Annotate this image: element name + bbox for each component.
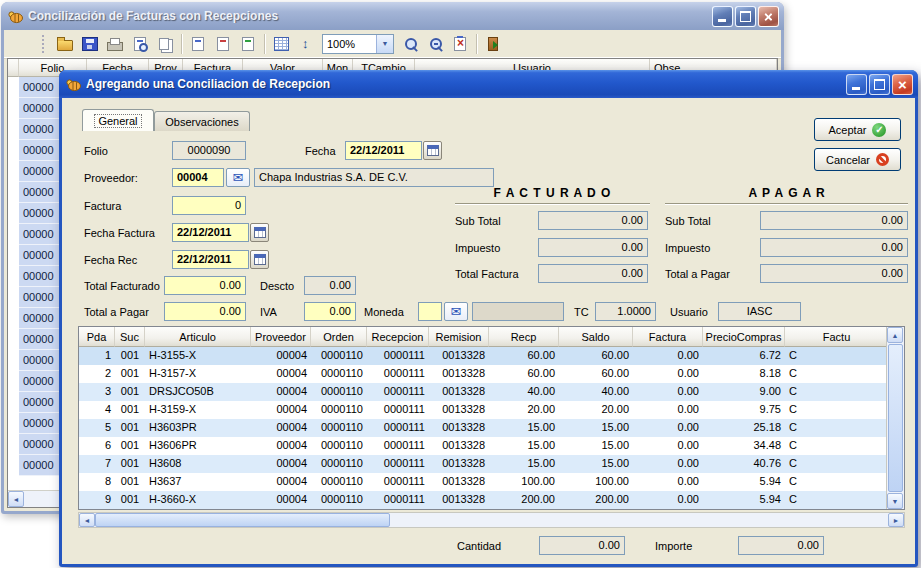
grid-cell: 0000110 bbox=[311, 383, 367, 401]
document-icon bbox=[192, 37, 204, 51]
open-button[interactable] bbox=[53, 32, 77, 55]
proveedor-lookup-button[interactable] bbox=[226, 168, 250, 187]
document-green-icon bbox=[242, 37, 254, 51]
usuario-field: IASC bbox=[718, 302, 801, 321]
scroll-left-icon[interactable] bbox=[79, 513, 95, 527]
grid-column-header[interactable]: Orden bbox=[311, 327, 367, 347]
fecha-factura-field[interactable]: 22/12/2011 bbox=[172, 223, 249, 242]
grid-cell: C bbox=[785, 491, 889, 509]
grid-row[interactable]: 5001H3603PR0000400001100000111001332815.… bbox=[79, 419, 889, 437]
sort-button[interactable] bbox=[294, 32, 318, 55]
grid-column-header[interactable]: Proveedor bbox=[251, 327, 311, 347]
grid-row[interactable]: 8001H363700004000011000001110013328100.0… bbox=[79, 473, 889, 491]
fecha-calendar-button[interactable] bbox=[423, 141, 442, 160]
apagar-subtotal-label: Sub Total bbox=[665, 215, 711, 227]
tab-general[interactable]: General bbox=[82, 109, 154, 131]
scroll-right-icon[interactable] bbox=[888, 513, 904, 527]
zoom-button[interactable] bbox=[398, 32, 422, 55]
grid-view-button[interactable] bbox=[269, 32, 293, 55]
scrollbar-track[interactable] bbox=[390, 513, 888, 527]
grid-column-header[interactable]: Factura bbox=[633, 327, 703, 347]
factura-field[interactable]: 0 bbox=[172, 196, 246, 215]
fecha-rec-calendar-button[interactable] bbox=[250, 250, 269, 269]
save-button[interactable] bbox=[78, 32, 102, 55]
cancel-button[interactable]: Cancelar bbox=[814, 148, 901, 171]
grid-cell: C bbox=[785, 473, 889, 491]
moneda-lookup-button[interactable] bbox=[444, 302, 468, 321]
print-preview-button[interactable] bbox=[128, 32, 152, 55]
close-button[interactable] bbox=[758, 6, 779, 27]
grid-row[interactable]: 7001H36080000400001100000111001332815.00… bbox=[79, 455, 889, 473]
scroll-left-icon[interactable] bbox=[8, 491, 24, 507]
dialog-minimize-button[interactable] bbox=[846, 74, 867, 95]
combo-dropdown-icon[interactable] bbox=[376, 35, 393, 53]
moneda-field[interactable] bbox=[418, 302, 442, 321]
cantidad-label: Cantidad bbox=[457, 540, 501, 552]
grid-column-header[interactable]: Suc bbox=[115, 327, 145, 347]
background-window-titlebar[interactable]: Concilización de Facturas con Recepcione… bbox=[1, 2, 784, 30]
dialog-close-button[interactable] bbox=[892, 74, 913, 95]
grid-row[interactable]: 9001H-3660-X0000400001100000111001332820… bbox=[79, 491, 889, 509]
export-button[interactable] bbox=[186, 32, 210, 55]
calendar-icon bbox=[254, 227, 266, 238]
new-document-button[interactable] bbox=[236, 32, 260, 55]
iva-field[interactable]: 0.00 bbox=[304, 302, 356, 321]
facturado-divider bbox=[455, 203, 650, 205]
envelope-icon bbox=[451, 304, 462, 319]
fecha-factura-label: Fecha Factura bbox=[84, 227, 155, 239]
column-header[interactable] bbox=[8, 59, 19, 77]
grid-cell: 00004 bbox=[251, 455, 311, 473]
grid-horizontal-scrollbar[interactable] bbox=[78, 512, 905, 528]
zoom-select[interactable]: 100% bbox=[322, 34, 394, 54]
tab-observaciones[interactable]: Observaciones bbox=[154, 111, 250, 131]
grid-column-header[interactable]: Remision bbox=[429, 327, 489, 347]
fecha-field[interactable]: 22/12/2011 bbox=[345, 141, 422, 160]
grid-row[interactable]: 2001H-3157-X0000400001100000111001332860… bbox=[79, 365, 889, 383]
grid-cell: 00004 bbox=[251, 491, 311, 509]
close-preview-button[interactable] bbox=[448, 32, 472, 55]
cancel-button-label: Cancelar bbox=[826, 154, 870, 166]
accept-button[interactable]: Aceptar bbox=[814, 118, 901, 141]
print-button[interactable] bbox=[103, 32, 127, 55]
scrollbar-thumb[interactable] bbox=[888, 344, 903, 492]
grid-cell: 0000111 bbox=[367, 419, 429, 437]
dialog-maximize-button[interactable] bbox=[869, 74, 890, 95]
toolbar-grip[interactable] bbox=[42, 35, 48, 53]
scrollbar-thumb[interactable] bbox=[95, 513, 390, 527]
grid-cell: 0013328 bbox=[429, 473, 489, 491]
save-icon bbox=[82, 37, 98, 51]
grid-cell: 200.00 bbox=[489, 491, 559, 509]
import-button[interactable] bbox=[211, 32, 235, 55]
grid-cell: 0013328 bbox=[429, 383, 489, 401]
zoom-out-button[interactable] bbox=[423, 32, 447, 55]
grid-cell: H-3157-X bbox=[145, 365, 251, 383]
grid-vertical-scrollbar[interactable] bbox=[886, 327, 904, 509]
fecha-factura-calendar-button[interactable] bbox=[250, 223, 269, 242]
exit-button[interactable] bbox=[481, 32, 505, 55]
grid-column-header[interactable]: Pda bbox=[79, 327, 115, 347]
copy-button[interactable] bbox=[153, 32, 177, 55]
total-facturado-field[interactable]: 0.00 bbox=[164, 276, 246, 295]
grid-row[interactable]: 1001H-3155-X0000400001100000111001332860… bbox=[79, 347, 889, 365]
fecha-rec-field[interactable]: 22/12/2011 bbox=[172, 250, 249, 269]
grid-row[interactable]: 4001H-3159-X0000400001100000111001332820… bbox=[79, 401, 889, 419]
grid-rows: 1001H-3155-X0000400001100000111001332860… bbox=[79, 347, 889, 509]
grid-column-header[interactable]: Saldo bbox=[559, 327, 633, 347]
maximize-button[interactable] bbox=[735, 6, 756, 27]
scroll-down-icon[interactable] bbox=[887, 493, 903, 509]
minimize-button[interactable] bbox=[712, 6, 733, 27]
grid-column-header[interactable]: Factu bbox=[785, 327, 889, 347]
grid-cell: 0.00 bbox=[633, 383, 703, 401]
magnifier-icon bbox=[405, 38, 417, 50]
grid-column-header[interactable]: PrecioCompras bbox=[703, 327, 785, 347]
proveedor-code-field[interactable]: 00004 bbox=[172, 168, 224, 187]
grid-row[interactable]: 3001DRSJCO50B000040000110000011100133284… bbox=[79, 383, 889, 401]
dialog-titlebar[interactable]: Agregando una Conciliacion de Recepcion bbox=[59, 70, 918, 98]
grid-column-header[interactable]: Recp bbox=[489, 327, 559, 347]
total-pagar-field[interactable]: 0.00 bbox=[164, 302, 246, 321]
grid-column-header[interactable]: Recepcion bbox=[367, 327, 429, 347]
grid-row[interactable]: 6001H3606PR0000400001100000111001332815.… bbox=[79, 437, 889, 455]
grid-cell: 40.00 bbox=[489, 383, 559, 401]
scroll-up-icon[interactable] bbox=[887, 327, 903, 343]
grid-column-header[interactable]: Articulo bbox=[145, 327, 251, 347]
